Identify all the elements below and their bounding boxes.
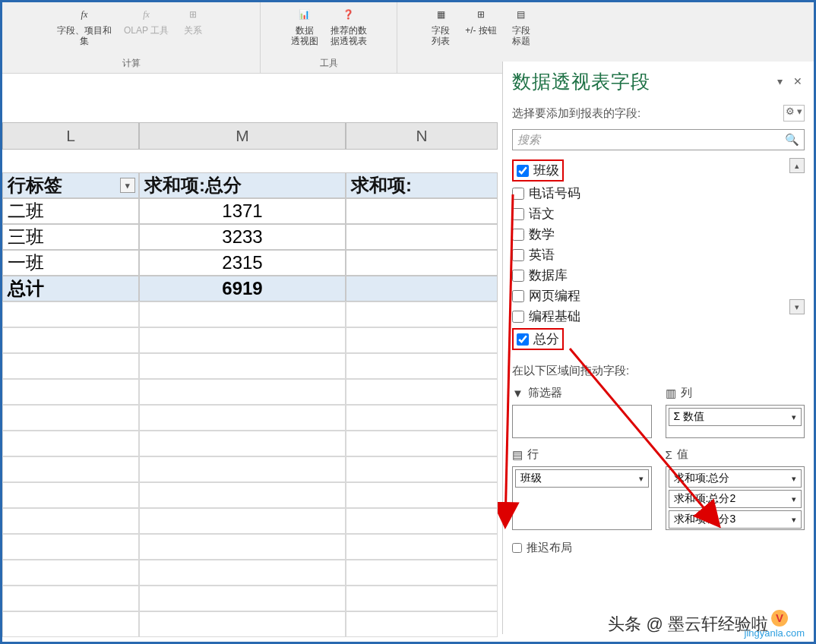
zone-filter-box[interactable] bbox=[512, 405, 652, 438]
field-item-wangye[interactable]: 网页编程 bbox=[512, 286, 805, 306]
ribbon-group-tools-label: 工具 bbox=[268, 55, 389, 73]
pivot-value[interactable]: 2315 bbox=[139, 250, 346, 276]
values-icon: Σ bbox=[666, 448, 672, 461]
field-item-phone[interactable]: 电话号码 bbox=[512, 183, 805, 204]
columns-icon: ▥ bbox=[666, 387, 676, 400]
pivot-total-value[interactable]: 6919 bbox=[139, 276, 346, 301]
zone-item-sum3[interactable]: 求和项:总分3▾ bbox=[669, 510, 802, 529]
watermark-url: jingyanla.com bbox=[745, 627, 805, 639]
field-item-banji[interactable]: 班级 bbox=[512, 158, 805, 183]
field-checkbox[interactable] bbox=[512, 270, 524, 282]
drag-label: 在以下区域间拖动字段: bbox=[512, 364, 805, 378]
pivot-field-pane: 数据透视表字段 ▾ ✕ 选择要添加到报表的字段: ⚙ ▾ 搜索 🔍 ▴ ▾ 班级… bbox=[502, 62, 814, 634]
olap-icon: fx bbox=[143, 9, 150, 21]
field-checkbox[interactable] bbox=[517, 165, 529, 177]
ribbon-group-compute-label: 计算 bbox=[10, 55, 252, 73]
headers-icon: ▤ bbox=[517, 9, 525, 20]
field-checkbox[interactable] bbox=[517, 333, 529, 346]
chevron-down-icon[interactable]: ▾ bbox=[792, 412, 796, 422]
plusminus-icon: ⊞ bbox=[477, 9, 485, 20]
pivot-value[interactable]: 3233 bbox=[139, 224, 346, 250]
ribbon-btn-headers[interactable]: ▤ 字段 标题 bbox=[506, 4, 536, 48]
field-item-shujuku[interactable]: 数据库 bbox=[512, 265, 805, 286]
field-item-shuxue[interactable]: 数学 bbox=[512, 224, 805, 245]
ribbon-btn-pivotchart[interactable]: 📊 数据 透视图 bbox=[288, 4, 321, 48]
ribbon-btn-olap[interactable]: fx OLAP 工具 bbox=[121, 4, 172, 37]
filter-icon: ▼ bbox=[512, 387, 523, 399]
field-item-zongfen[interactable]: 总分 bbox=[512, 327, 805, 352]
chevron-down-icon[interactable]: ▾ bbox=[792, 494, 796, 504]
ribbon-btn-recommended[interactable]: ❓ 推荐的数 据透视表 bbox=[327, 4, 370, 48]
ribbon-btn-relation[interactable]: ⊞ 关系 bbox=[178, 4, 208, 37]
pivot-row-label-header[interactable]: 行标签 ▾ bbox=[2, 172, 139, 198]
pivot-total-label[interactable]: 总计 bbox=[2, 276, 139, 301]
pivot-data-row: 二班 1371 bbox=[2, 198, 498, 224]
zone-item-sum1[interactable]: 求和项:总分▾ bbox=[669, 469, 802, 488]
pivotchart-icon: 📊 bbox=[299, 9, 310, 20]
pivot-table: 行标签 ▾ 求和项:总分 求和项: 二班 1371 三班 3233 一班 231… bbox=[2, 172, 498, 637]
zone-filter: ▼筛选器 bbox=[512, 386, 652, 438]
ribbon-btn-fieldlist[interactable]: ▦ 字段 列表 bbox=[425, 4, 456, 48]
pane-title: 数据透视表字段 bbox=[512, 69, 768, 94]
pane-dropdown-icon[interactable]: ▾ bbox=[773, 75, 786, 89]
relation-icon: ⊞ bbox=[189, 9, 197, 20]
defer-checkbox[interactable] bbox=[512, 543, 522, 553]
pivot-row-label[interactable]: 三班 bbox=[2, 224, 139, 250]
column-headers: L M N bbox=[2, 122, 498, 150]
ribbon-btn-plusminus[interactable]: ⊞ +/- 按钮 bbox=[462, 4, 500, 37]
scroll-up-icon[interactable]: ▴ bbox=[789, 158, 805, 173]
pivot-data-row: 三班 3233 bbox=[2, 224, 498, 250]
pivot-row-label[interactable]: 一班 bbox=[2, 250, 139, 276]
pivot-total-row: 总计 6919 bbox=[2, 276, 498, 301]
filter-dropdown-icon[interactable]: ▾ bbox=[120, 178, 135, 193]
field-list: ▴ ▾ 班级 电话号码 语文 数学 英语 数据库 网页编程 编程基础 总分 bbox=[512, 158, 805, 352]
field-item-yuwen[interactable]: 语文 bbox=[512, 204, 805, 224]
pivot-data-row: 一班 2315 bbox=[2, 250, 498, 276]
zone-rows-box[interactable]: 班级▾ bbox=[512, 466, 652, 530]
field-item-bianchen[interactable]: 编程基础 bbox=[512, 306, 805, 327]
col-header-N[interactable]: N bbox=[346, 122, 498, 150]
field-checkbox[interactable] bbox=[512, 311, 524, 323]
pivot-sum1-header[interactable]: 求和项:总分 bbox=[139, 172, 346, 198]
pivot-header-row: 行标签 ▾ 求和项:总分 求和项: bbox=[2, 172, 498, 198]
recommended-icon: ❓ bbox=[343, 9, 354, 20]
field-checkbox[interactable] bbox=[512, 229, 524, 241]
rows-icon: ▤ bbox=[512, 448, 523, 462]
zone-item-sum2[interactable]: 求和项:总分2▾ bbox=[669, 490, 802, 508]
search-icon: 🔍 bbox=[785, 133, 799, 147]
zone-columns-box[interactable]: Σ 数值▾ bbox=[666, 405, 805, 438]
chevron-down-icon[interactable]: ▾ bbox=[792, 515, 796, 525]
zone-item-sigma[interactable]: Σ 数值▾ bbox=[669, 408, 802, 426]
zone-values-box[interactable]: 求和项:总分▾ 求和项:总分2▾ 求和项:总分3▾ bbox=[666, 466, 805, 530]
scroll-down-icon[interactable]: ▾ bbox=[789, 299, 805, 314]
defer-layout-row[interactable]: 推迟布局 bbox=[512, 541, 805, 555]
pivot-value[interactable]: 1371 bbox=[139, 198, 346, 224]
field-checkbox[interactable] bbox=[512, 188, 524, 200]
zone-item-banji[interactable]: 班级▾ bbox=[515, 469, 649, 488]
col-header-L[interactable]: L bbox=[2, 122, 139, 150]
pivot-sum2-header[interactable]: 求和项: bbox=[346, 172, 498, 198]
field-checkbox[interactable] bbox=[512, 290, 524, 302]
search-input[interactable]: 搜索 🔍 bbox=[512, 129, 805, 150]
gear-icon[interactable]: ⚙ ▾ bbox=[783, 105, 805, 122]
drop-zones: ▼筛选器 ▥列 Σ 数值▾ ▤行 班级▾ Σ值 求和项:总分▾ 求和项:总分2▾… bbox=[512, 386, 805, 530]
field-checkbox[interactable] bbox=[512, 208, 524, 220]
field-item-yingyu[interactable]: 英语 bbox=[512, 245, 805, 265]
pane-subtitle: 选择要添加到报表的字段: bbox=[512, 106, 640, 121]
chevron-down-icon[interactable]: ▾ bbox=[639, 474, 644, 484]
fx-icon: fx bbox=[81, 9, 88, 21]
watermark-badge: V bbox=[771, 610, 788, 627]
pane-close-icon[interactable]: ✕ bbox=[791, 75, 805, 89]
col-header-M[interactable]: M bbox=[139, 122, 346, 150]
pivot-row-label[interactable]: 二班 bbox=[2, 198, 139, 224]
ribbon-btn-fields-items-sets[interactable]: fx 字段、项目和 集 bbox=[54, 4, 115, 48]
field-checkbox[interactable] bbox=[512, 249, 524, 261]
fieldlist-icon: ▦ bbox=[437, 9, 445, 20]
chevron-down-icon[interactable]: ▾ bbox=[792, 474, 796, 484]
zone-columns: ▥列 Σ 数值▾ bbox=[666, 386, 805, 438]
zone-values: Σ值 求和项:总分▾ 求和项:总分2▾ 求和项:总分3▾ bbox=[666, 447, 805, 530]
zone-rows: ▤行 班级▾ bbox=[512, 447, 652, 530]
